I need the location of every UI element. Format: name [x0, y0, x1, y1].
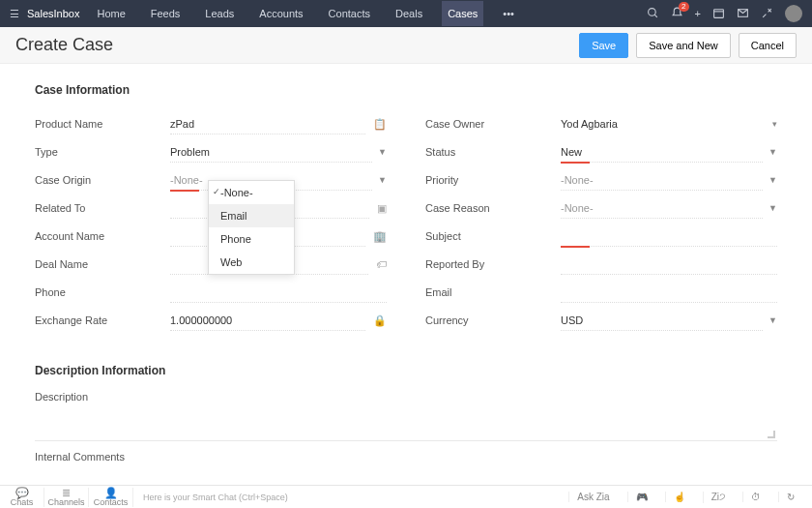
chevron-down-icon[interactable]: ▼ [378, 147, 387, 157]
reported-by-field[interactable] [561, 254, 777, 275]
svg-line-1 [654, 15, 657, 17]
lock-icon: 🔒 [365, 314, 387, 327]
case-origin-label: Case Origin [35, 174, 170, 186]
chevron-down-icon[interactable]: ▾ [772, 119, 777, 129]
phone-field[interactable] [170, 283, 387, 303]
avatar[interactable] [785, 5, 802, 22]
bell-icon[interactable]: 2 [671, 7, 683, 21]
section-case-info: Case Information [35, 83, 777, 97]
status-label: Status [425, 146, 561, 158]
product-name-label: Product Name [35, 118, 170, 130]
exchange-rate-label: Exchange Rate [35, 314, 170, 326]
account-name-label: Account Name [35, 230, 170, 242]
dropdown-option-email[interactable]: Email [209, 204, 294, 227]
case-owner-label: Case Owner [425, 118, 561, 130]
smart-chat-hint[interactable]: Here is your Smart Chat (Ctrl+Space) [143, 493, 288, 502]
email-field[interactable] [561, 283, 777, 303]
search-icon[interactable] [647, 7, 659, 21]
footer-icon-3[interactable]: ⏱ [742, 492, 768, 502]
chevron-down-icon[interactable]: ▼ [768, 315, 777, 325]
clipboard-icon[interactable]: 📋 [365, 118, 387, 131]
plus-icon[interactable]: + [695, 8, 701, 19]
case-reason-label: Case Reason [425, 202, 561, 214]
page-header: Create Case Save Save and New Cancel [0, 27, 812, 64]
status-field[interactable]: New [561, 142, 763, 163]
nav-cases[interactable]: Cases [442, 1, 483, 26]
section-description: Description Information [35, 364, 777, 377]
currency-field[interactable]: USD [561, 311, 763, 331]
calendar-icon[interactable] [712, 7, 725, 21]
dropdown-option-none[interactable]: -None- [209, 181, 294, 204]
footer-zia[interactable]: Zi੭ [703, 492, 733, 503]
description-label: Description [35, 391, 777, 403]
reported-by-label: Reported By [425, 258, 561, 270]
form-content: Case Information Product NamezPad📋 TypeP… [0, 64, 812, 480]
nav-contacts[interactable]: Contacts [323, 1, 376, 26]
case-owner-field[interactable]: Yod Agbaria [561, 114, 767, 134]
tag-icon[interactable]: 🏷 [368, 258, 387, 270]
internal-comments-textarea[interactable] [35, 468, 777, 480]
product-name-field[interactable]: zPad [170, 114, 365, 134]
footer-icon-1[interactable]: 🎮 [627, 492, 655, 502]
footer-icon-4[interactable]: ↻ [778, 492, 802, 502]
type-field[interactable]: Problem [170, 142, 372, 163]
svg-rect-2 [714, 9, 724, 17]
chevron-down-icon[interactable]: ▼ [768, 175, 777, 185]
mail-icon[interactable] [737, 7, 749, 21]
subject-field[interactable] [561, 226, 777, 247]
menu-icon[interactable]: ☰ [10, 8, 19, 20]
chevron-down-icon[interactable]: ▼ [768, 147, 777, 157]
footer-chats[interactable]: 💬Chats [0, 488, 44, 507]
internal-comments-label: Internal Comments [35, 451, 777, 463]
phone-label: Phone [35, 286, 170, 298]
save-new-button[interactable]: Save and New [636, 33, 731, 58]
tools-icon[interactable] [761, 7, 773, 21]
contact-icon[interactable]: ▣ [369, 202, 387, 215]
related-to-label: Related To [35, 202, 170, 214]
footer-channels[interactable]: ≣Channels [44, 488, 89, 507]
nav-accounts[interactable]: Accounts [253, 1, 308, 26]
currency-label: Currency [425, 314, 561, 326]
subject-label: Subject [425, 230, 561, 242]
footer-icon-2[interactable]: ☝ [665, 492, 693, 502]
page-title: Create Case [15, 35, 571, 55]
chevron-down-icon[interactable]: ▼ [378, 175, 387, 185]
type-label: Type [35, 146, 170, 158]
footer-bar: 💬Chats ≣Channels 👤Contacts Here is your … [0, 485, 812, 508]
building-icon[interactable]: 🏢 [365, 230, 387, 243]
dropdown-option-web[interactable]: Web [209, 251, 294, 274]
exchange-rate-field[interactable]: 1.000000000 [170, 311, 365, 331]
cancel-button[interactable]: Cancel [739, 33, 797, 58]
ask-zia[interactable]: Ask Zia [568, 492, 617, 502]
right-column: Case OwnerYod Agbaria▾ StatusNew▼ Priori… [425, 110, 777, 335]
nav-home[interactable]: Home [91, 1, 130, 26]
nav-deals[interactable]: Deals [390, 1, 428, 26]
deal-name-label: Deal Name [35, 258, 170, 270]
nav-feeds[interactable]: Feeds [145, 1, 187, 26]
priority-label: Priority [425, 174, 561, 186]
nav-more[interactable]: ••• [497, 1, 520, 26]
nav-leads[interactable]: Leads [199, 1, 240, 26]
case-reason-field[interactable]: -None- [561, 198, 763, 219]
svg-point-0 [648, 8, 655, 15]
top-nav: ☰ SalesInbox Home Feeds Leads Accounts C… [0, 0, 812, 27]
save-button[interactable]: Save [579, 33, 628, 58]
dropdown-option-phone[interactable]: Phone [209, 227, 294, 251]
footer-contacts[interactable]: 👤Contacts [89, 488, 133, 507]
brand: SalesInbox [27, 8, 79, 19]
case-origin-dropdown[interactable]: -None- Email Phone Web [208, 180, 295, 275]
email-label: Email [425, 286, 561, 298]
description-textarea[interactable] [35, 408, 777, 441]
chevron-down-icon[interactable]: ▼ [768, 203, 777, 213]
priority-field[interactable]: -None- [561, 170, 763, 191]
